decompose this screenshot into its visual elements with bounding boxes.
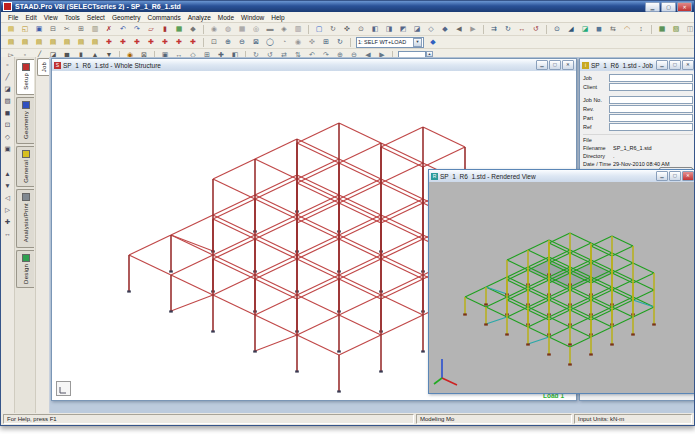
page-tab-geometry[interactable]: Geometry (16, 97, 34, 144)
orbit-icon[interactable]: ↻ (326, 23, 340, 35)
add-beam-icon[interactable]: ◢ (564, 23, 578, 35)
ws-close-button[interactable]: ✕ (562, 60, 574, 70)
take-picture-icon[interactable]: ◉ (207, 23, 221, 35)
next-view-icon[interactable]: ▶ (466, 23, 480, 35)
query-icon[interactable]: ◈ (277, 23, 291, 35)
zoom-all-icon[interactable]: ◯ (263, 36, 277, 48)
page-tab-setup[interactable]: Setup (16, 59, 34, 95)
properties-cursor-icon[interactable]: ▣ (1, 143, 14, 155)
support-page-icon[interactable]: ▤ (32, 36, 46, 48)
zoom-in-icon[interactable]: ⊕ (221, 36, 235, 48)
menu-commands[interactable]: Commands (144, 13, 183, 22)
job-field[interactable] (609, 74, 693, 82)
save-structure-icon[interactable]: ◫ (683, 23, 694, 35)
menu-file[interactable]: File (5, 13, 21, 22)
paste-icon[interactable]: ▥ (88, 23, 102, 35)
geometry-cursor-icon[interactable]: ◇ (1, 131, 14, 143)
insert-node-plus-icon[interactable]: ✚ (144, 36, 158, 48)
report-icon[interactable]: ▥ (291, 23, 305, 35)
add-plate-icon[interactable]: ◪ (578, 23, 592, 35)
menu-window[interactable]: Window (238, 13, 267, 22)
loads-cursor-icon[interactable]: ▼ (1, 180, 14, 192)
dynamic-zoom2-icon[interactable]: ◉ (291, 36, 305, 48)
menu-tools[interactable]: Tools (62, 13, 83, 22)
zoom-previous-icon[interactable]: ◔ (277, 36, 291, 48)
connect-beams-icon[interactable]: ⇆ (606, 23, 620, 35)
zoom-out-icon[interactable]: ⊖ (235, 36, 249, 48)
menu-analyze[interactable]: Analyze (185, 13, 214, 22)
part-field[interactable] (609, 114, 693, 122)
circular-repeat-icon[interactable]: ↻ (501, 23, 515, 35)
ref-field[interactable] (609, 123, 693, 131)
subtab-job[interactable]: Job (37, 58, 49, 76)
offsets-cursor-icon[interactable]: ▷ (1, 204, 14, 216)
copy-icon[interactable]: ⊞ (74, 23, 88, 35)
beams-cursor-icon[interactable]: ╱ (1, 71, 14, 83)
rendered-view-viewport[interactable] (429, 182, 694, 393)
axes-cursor-icon[interactable]: ✚ (1, 216, 14, 228)
job-no-field[interactable] (609, 96, 693, 104)
close-button[interactable]: ✕ (677, 2, 692, 12)
zoom-window-icon[interactable]: ⊠ (249, 36, 263, 48)
menu-geometry[interactable]: Geometry (109, 13, 144, 22)
perspective-view-icon[interactable]: ◆ (438, 23, 452, 35)
redo-icon[interactable]: ↷ (130, 23, 144, 35)
parametric-surface-icon[interactable]: ▧ (669, 23, 683, 35)
property-page-icon[interactable]: ▤ (46, 36, 60, 48)
nodes-cursor-icon[interactable]: ▫ (1, 59, 14, 71)
general-page-icon[interactable]: ▤ (18, 36, 32, 48)
rev-field[interactable] (609, 105, 693, 113)
structure-diagram-icon[interactable]: ▦ (235, 23, 249, 35)
multi-select-cursor-icon[interactable]: ⊡ (1, 119, 14, 131)
page-tab-analysis-print[interactable]: Analysis/Print (16, 189, 34, 247)
ws-minimize-button[interactable]: ▁ (536, 60, 548, 70)
client-field[interactable] (609, 83, 693, 91)
surfaces-cursor-icon[interactable]: ▨ (1, 95, 14, 107)
front-view-icon[interactable]: ◧ (368, 23, 382, 35)
redraw-icon[interactable]: ↻ (333, 36, 347, 48)
select-window-icon[interactable]: ⊡ (207, 36, 221, 48)
insert-node-icon[interactable]: ⊙ (550, 23, 564, 35)
curved-beam-icon[interactable]: ◠ (620, 23, 634, 35)
releases-cursor-icon[interactable]: ◁ (1, 192, 14, 204)
stretch-beam-icon[interactable]: ↕ (634, 23, 648, 35)
translational-repeat-icon[interactable]: ⇉ (487, 23, 501, 35)
snap-node-plate-icon[interactable]: ✚ (116, 36, 130, 48)
back-view-icon[interactable]: ◨ (382, 23, 396, 35)
ji-maximize-button[interactable]: ▢ (669, 60, 681, 70)
menu-mode[interactable]: Mode (215, 13, 237, 22)
isometric-view-icon[interactable]: ◇ (424, 23, 438, 35)
dimension-cursor-icon[interactable]: ↔ (1, 228, 14, 240)
node-labels-icon[interactable]: ◎ (249, 23, 263, 35)
load-case-selector[interactable]: 1: SELF WT+LOAD▼ (356, 37, 424, 48)
menu-view[interactable]: View (41, 13, 61, 22)
snap-node-beam-icon[interactable]: ✚ (102, 36, 116, 48)
user-tools-icon[interactable]: ◆ (186, 23, 200, 35)
rv-minimize-button[interactable]: ▁ (656, 171, 668, 181)
open-file-icon[interactable]: ◱ (18, 23, 32, 35)
add-solid-icon[interactable]: ◼ (592, 23, 606, 35)
move-entities-icon[interactable]: ↔ (515, 23, 529, 35)
page-tab-general[interactable]: General (16, 146, 34, 188)
edit-input-file-icon[interactable]: ▱ (144, 23, 158, 35)
rotate-entities-icon[interactable]: ↺ (529, 23, 543, 35)
undo-icon[interactable]: ↶ (116, 23, 130, 35)
run-analysis-icon[interactable]: ▮ (158, 23, 172, 35)
pan-window-icon[interactable]: ✜ (305, 36, 319, 48)
top-view-icon[interactable]: ◩ (396, 23, 410, 35)
page-tab-design[interactable]: Design (16, 250, 34, 289)
bottom-view-icon[interactable]: ◪ (410, 23, 424, 35)
dynamic-zoom-icon[interactable]: ⊙ (354, 23, 368, 35)
new-file-icon[interactable]: ▤ (4, 23, 18, 35)
print-icon[interactable]: ⊟ (46, 23, 60, 35)
spec-page-icon[interactable]: ▤ (60, 36, 74, 48)
snap-node-solid-icon[interactable]: ✚ (130, 36, 144, 48)
ws-maximize-button[interactable]: ▢ (549, 60, 561, 70)
add-curved-beam-icon[interactable]: ✚ (172, 36, 186, 48)
solids-cursor-icon[interactable]: ◼ (1, 107, 14, 119)
new-window-icon[interactable]: ▢ (312, 23, 326, 35)
menu-help[interactable]: Help (268, 13, 287, 22)
delete-icon[interactable]: ✗ (102, 23, 116, 35)
geometry-page-icon[interactable]: ▤ (4, 36, 18, 48)
material-page-icon[interactable]: ▤ (88, 36, 102, 48)
